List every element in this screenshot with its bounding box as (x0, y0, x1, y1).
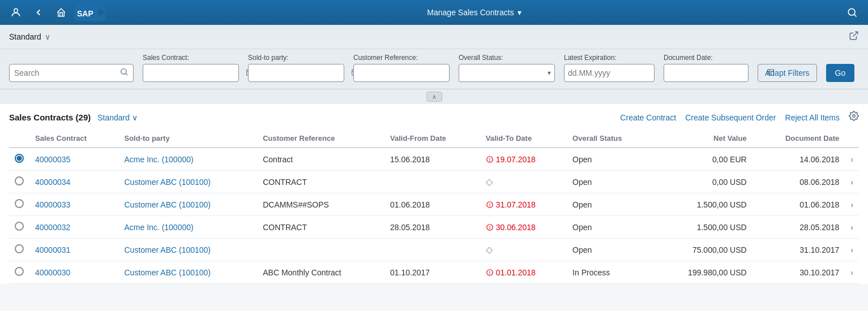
sales-contract-link[interactable]: 40000030 (35, 268, 70, 277)
search-wrap (9, 64, 134, 82)
svg-point-4 (848, 8, 855, 15)
sales-contract-link[interactable]: 40000032 (35, 223, 70, 232)
sap-logo: SAP (75, 4, 105, 21)
row-radio-row-3[interactable] (15, 199, 24, 208)
row-nav-button[interactable]: › (850, 245, 853, 254)
sales-contract-input[interactable] (147, 68, 246, 77)
net-value-cell: 0,00 USD (653, 171, 752, 193)
table-actions: Create Contract Create Subsequent Order … (620, 111, 859, 124)
page-title: Manage Sales Contracts ▾ (110, 8, 839, 17)
go-button[interactable]: Go (826, 64, 855, 82)
col-valid-from: Valid-From Date (384, 129, 480, 148)
svg-point-17 (489, 206, 490, 206)
sold-to-party-link[interactable]: Customer ABC (100100) (125, 268, 211, 277)
row-radio-row-6[interactable] (15, 267, 24, 276)
valid-from-cell: 28.05.2018 (384, 216, 480, 239)
row-radio-row-1[interactable] (15, 154, 24, 163)
page-title-chevron[interactable]: ▾ (518, 8, 521, 17)
document-date-input[interactable] (668, 68, 767, 77)
overall-status-cell: In Process (567, 261, 653, 284)
document-date-cell: 28.05.2018 (752, 216, 845, 239)
valid-to-cell: 01.01.2018 (480, 261, 567, 284)
user-icon[interactable] (7, 3, 25, 21)
share-button[interactable] (849, 31, 859, 43)
sold-to-party-link[interactable]: Acme Inc. (100000) (125, 223, 194, 232)
row-radio-row-2[interactable] (15, 176, 24, 185)
table-settings-button[interactable] (849, 111, 859, 124)
table-variant-label: Standard (97, 113, 130, 122)
sales-contracts-table: Sales Contract Sold-to party Customer Re… (9, 129, 859, 284)
table-variant-selector[interactable]: Standard ∨ (97, 113, 138, 122)
svg-point-11 (853, 115, 856, 118)
sold-to-party-link[interactable]: Customer ABC (100100) (125, 245, 211, 254)
net-value-cell: 75.000,00 USD (653, 239, 752, 261)
valid-to-cell: 30.06.2018 (480, 216, 567, 239)
customer-ref-cell: Contract (257, 148, 384, 171)
net-value-cell: 0,00 EUR (653, 148, 752, 171)
sales-contract-link[interactable]: 40000033 (35, 200, 70, 209)
col-valid-to: Valid-To Date (480, 129, 567, 148)
sold-to-party-input-wrap (248, 64, 344, 82)
table-title: Sales Contracts (29) (9, 113, 91, 122)
sold-to-party-link[interactable]: Customer ABC (100100) (125, 178, 211, 187)
valid-to-cell: 31.07.2018 (480, 193, 567, 216)
search-input[interactable] (14, 68, 119, 77)
overall-status-chevron: ▾ (548, 69, 551, 77)
sales-contract-link[interactable]: 40000034 (35, 178, 70, 187)
sold-to-party-link[interactable]: Customer ABC (100100) (125, 200, 211, 209)
svg-point-6 (121, 69, 126, 74)
sales-contract-link[interactable]: 40000035 (35, 155, 70, 164)
table-row: 40000034Customer ABC (100100)CONTRACT◇Op… (9, 171, 859, 193)
col-sales-contract: Sales Contract (29, 129, 119, 148)
create-contract-button[interactable]: Create Contract (620, 113, 676, 122)
svg-point-14 (489, 161, 490, 161)
document-date-cell: 01.06.2018 (752, 193, 845, 216)
valid-from-cell (384, 171, 480, 193)
variant-name: Standard (9, 32, 41, 41)
row-nav-button[interactable]: › (850, 223, 853, 232)
latest-expiration-group: Latest Expiration: (564, 54, 655, 82)
net-value-cell: 199.980,00 USD (653, 261, 752, 284)
valid-to-cell: ◇ (480, 171, 567, 193)
document-date-label: Document Date: (664, 54, 749, 62)
row-nav-button[interactable]: › (850, 155, 853, 164)
row-nav-button[interactable]: › (850, 178, 853, 187)
sales-contract-link[interactable]: 40000031 (35, 245, 70, 254)
col-radio (9, 129, 29, 148)
back-button[interactable] (29, 3, 48, 21)
document-date-cell: 31.10.2017 (752, 239, 845, 261)
svg-point-23 (489, 274, 490, 274)
sales-contract-input-wrap (143, 64, 239, 82)
table-title-wrap: Sales Contracts (29) Standard ∨ (9, 113, 138, 122)
document-date-cell: 14.06.2018 (752, 148, 845, 171)
variant-chevron[interactable]: ∨ (45, 32, 50, 41)
customer-ref-input[interactable] (353, 64, 450, 82)
search-button[interactable] (119, 67, 129, 79)
overall-status-group: Overall Status: Open In Process Complete… (459, 54, 555, 82)
adapt-filters-button[interactable]: Adapt Filters (758, 64, 817, 82)
valid-to-cell: 19.07.2018 (480, 148, 567, 171)
document-date-input-wrap (664, 64, 749, 82)
customer-ref-cell: CONTRACT (257, 171, 384, 193)
row-radio-row-4[interactable] (15, 222, 24, 231)
collapse-filters-button[interactable]: ∧ (426, 92, 442, 102)
home-button[interactable] (52, 3, 70, 21)
table-header: Sales Contracts (29) Standard ∨ Create C… (9, 111, 859, 124)
reject-all-items-button[interactable]: Reject All Items (785, 113, 840, 122)
table-row: 40000033Customer ABC (100100)DCAMMS##SOP… (9, 193, 859, 216)
document-date-cell: 08.06.2018 (752, 171, 845, 193)
sold-to-party-input[interactable] (252, 68, 351, 77)
table-section: Sales Contracts (29) Standard ∨ Create C… (0, 104, 868, 284)
page-title-text: Manage Sales Contracts (427, 8, 514, 17)
sold-to-party-link[interactable]: Acme Inc. (100000) (125, 155, 194, 164)
svg-point-0 (14, 8, 18, 12)
row-nav-button[interactable]: › (850, 200, 853, 209)
latest-expiration-input[interactable] (568, 68, 667, 77)
row-nav-button[interactable]: › (850, 268, 853, 277)
create-subsequent-order-button[interactable]: Create Subsequent Order (685, 113, 776, 122)
overall-status-select[interactable]: Open In Process Completed (463, 68, 548, 77)
overall-status-cell: Open (567, 148, 653, 171)
global-search-button[interactable] (843, 3, 861, 21)
row-radio-row-5[interactable] (15, 244, 24, 253)
table-variant-chevron: ∨ (132, 113, 138, 122)
